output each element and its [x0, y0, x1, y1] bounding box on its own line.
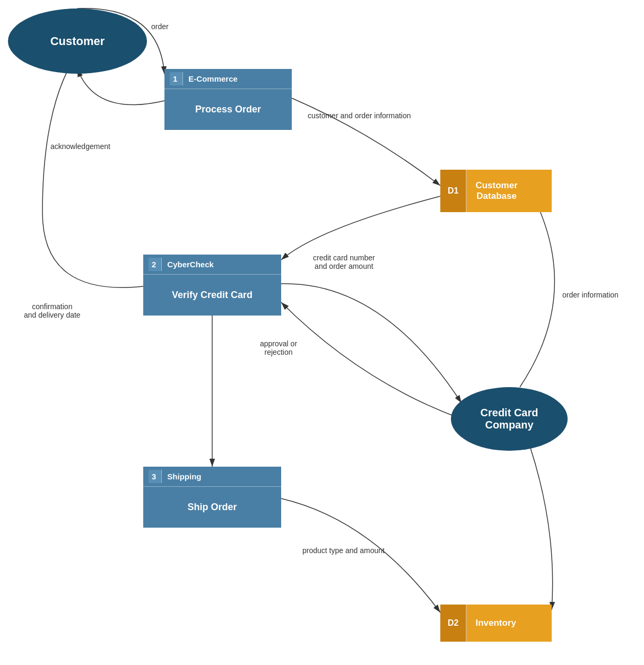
flow-label-order-info: order information [562, 291, 619, 299]
datastore-d1-label: CustomerDatabase [467, 175, 526, 207]
flow-label-cc-number: credit card numberand order amount [313, 253, 375, 270]
flow-label-confirmation: confirmationand delivery date [24, 302, 81, 319]
flow-label-cust-order-info: customer and order information [308, 111, 411, 120]
process-3-header: 3 Shipping [143, 467, 281, 487]
credit-card-label: Credit CardCompany [481, 407, 538, 431]
datastore-d2: D2 Inventory [440, 605, 552, 642]
datastore-d1-id: D1 [440, 170, 467, 212]
customer-label: Customer [50, 34, 105, 48]
flow-label-acknowledgement: acknowledgement [50, 142, 110, 151]
customer-ellipse: Customer [8, 8, 147, 74]
process-2-number: 2 [149, 258, 162, 271]
datastore-d2-id: D2 [440, 605, 467, 642]
process-3-action: Ship Order [143, 487, 281, 528]
credit-card-ellipse: Credit CardCompany [451, 387, 568, 451]
datastore-d2-label: Inventory [467, 612, 525, 634]
process-2-system: CyberCheck [167, 260, 214, 269]
process-2-header: 2 CyberCheck [143, 255, 281, 275]
datastore-d1: D1 CustomerDatabase [440, 170, 552, 212]
arrows-overlay [0, 0, 644, 665]
process-1-action: Process Order [164, 89, 292, 130]
flow-label-product-type: product type and amount [302, 546, 385, 555]
process-1-header: 1 E-Commerce [164, 69, 292, 89]
process-1-system: E-Commerce [188, 74, 238, 83]
flow-label-approval: approval orrejection [260, 339, 297, 356]
process-1-box: 1 E-Commerce Process Order [164, 69, 292, 130]
diagram-container: Customer 1 E-Commerce Process Order 2 Cy… [0, 0, 644, 665]
process-1-number: 1 [170, 72, 183, 85]
process-2-box: 2 CyberCheck Verify Credit Card [143, 255, 281, 316]
process-3-box: 3 Shipping Ship Order [143, 467, 281, 528]
process-2-action: Verify Credit Card [143, 275, 281, 316]
flow-label-order: order [151, 22, 169, 31]
process-3-system: Shipping [167, 472, 201, 481]
process-3-number: 3 [149, 470, 162, 483]
